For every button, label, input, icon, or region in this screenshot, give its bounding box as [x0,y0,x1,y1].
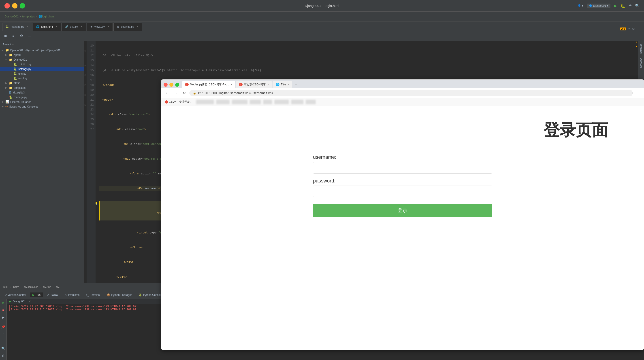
tab-login-html[interactable]: 🌐 login.html ✕ [33,22,61,31]
coverage-button-title[interactable]: ☂ [628,3,632,8]
breadcrumb-folder[interactable]: templates [22,15,35,18]
tab-urls-label: urls.py [70,25,78,28]
browser-tab-3[interactable]: 🌐 Title ✕ [272,81,292,88]
trash-btn[interactable]: 🗑 [0,353,6,359]
panel-tab-run[interactable]: ▶ Run [30,293,43,297]
pin-button[interactable]: 📌 [0,324,6,330]
database-panel-label[interactable]: Database [640,42,642,55]
breadcrumb-project[interactable]: Django001 [4,15,18,18]
panel-tab-problems[interactable]: ⚠ Problems [62,293,82,297]
maximize-button[interactable] [20,3,25,8]
run-button-title[interactable]: ▶ [614,3,617,8]
breadcrumb-div-row[interactable]: div.row [43,286,50,288]
panel-tab-python-console[interactable]: 🐍 Python Console [136,293,165,297]
browser-min-btn[interactable] [170,83,174,87]
browser-tab-2-label: 写文章-CSDN博客 [244,83,266,86]
settings-icon[interactable]: ⚙ [632,27,635,31]
sidebar-item-templates[interactable]: ▶ 📁 templates [0,85,84,90]
tab-urls-py[interactable]: 🔗 urls.py ✕ [62,22,86,31]
username-input[interactable] [313,162,492,174]
sidebar-item-external-libs[interactable]: ▶ 📊 External Libraries [0,99,84,104]
tab-urls-close[interactable]: ✕ [80,25,82,28]
breadcrumb-filename[interactable]: login.html [42,15,54,18]
sidebar-item-app01[interactable]: ▶ 📁 app01 [0,52,84,57]
rerun-button[interactable]: ↺ [0,300,6,306]
bookmark-6[interactable] [263,100,272,104]
login-submit-btn[interactable]: 登录 [313,204,492,217]
browser-forward-btn[interactable]: → [172,90,179,96]
tab-manage-py[interactable]: 🐍 manage.py ✕ [2,22,32,31]
browser-refresh-btn[interactable]: ↻ [181,90,187,96]
tab-views-py[interactable]: 👁 views.py ✕ [86,22,113,31]
minus-btn[interactable]: — [26,33,33,39]
py-icon: 🐍 [14,77,17,80]
tab-settings-py[interactable]: ⚙ settings.py ✕ [114,22,142,31]
sidebar-item-django001-root[interactable]: ▾ 📁 Django001 ~/PycharmProjects/Django00… [0,48,84,52]
align-btn[interactable]: ≡ [10,33,16,39]
tab-manage-close[interactable]: ✕ [27,25,29,28]
tab-views-close[interactable]: ✕ [108,25,110,28]
panel-tab-version-control[interactable]: ⑇ Version Control [2,293,29,297]
line-numbers: 10 11 12 13 14 15 16 17 18 19 20 21 22 2… [86,41,96,283]
breadcrumb-div-container[interactable]: div.container [24,286,38,288]
serview-panel-label[interactable]: ServView [640,56,642,69]
breadcrumb-div-more[interactable]: div. [56,286,60,288]
sidebar-item-wsgi[interactable]: 🐍 wsgi.py [0,76,84,81]
panel-tab-todo[interactable]: ✓ TODO [44,293,61,297]
expand-icon[interactable]: ⌃ [628,27,630,31]
bookmark-csdn[interactable]: CSDN - 专业开发… [164,99,194,104]
scroll-down-btn[interactable]: ↓ [0,338,6,344]
tab-settings-close[interactable]: ✕ [136,25,138,28]
sidebar-item-urls[interactable]: 🐍 urls.py [0,71,84,76]
sidebar-item-settings[interactable]: 🐍 settings.py [0,67,84,71]
settings-toolbar-btn[interactable]: ⚙ [18,33,24,39]
django-project-selector[interactable]: 🔷 Django001 ▾ [587,3,610,8]
panel-tab-terminal[interactable]: >_ Terminal [83,293,103,297]
browser-tab-3-close[interactable]: ✕ [287,83,289,86]
sidebar-label-static: static [14,82,20,85]
browser-tab-1[interactable]: C MeiJin_的博客_CSDN博客-Pyt… ✕ [182,81,236,88]
structure-btn[interactable]: ⊞ [2,33,8,39]
sidebar-item-django001-sub[interactable]: ▾ 📁 Django001 [0,57,84,62]
bookmark-9[interactable] [306,100,316,104]
close-button[interactable] [4,3,10,8]
browser-max-btn[interactable] [175,83,179,87]
browser-tab-2[interactable]: C 写文章-CSDN博客 ✕ [236,81,272,88]
browser-close-btn[interactable] [164,83,168,87]
browser-back-btn[interactable]: ← [164,90,170,96]
browser-chrome: C MeiJin_的博客_CSDN博客-Pyt… ✕ C 写文章-CSDN博客 … [161,80,644,98]
new-tab-btn[interactable]: + [295,82,298,88]
minimize-button[interactable] [12,3,18,8]
scroll-up-btn[interactable]: ↑ [0,331,6,337]
folder-icon: 📁 [9,53,12,56]
browser-tab-2-close[interactable]: ✕ [267,83,269,86]
search-icon[interactable]: 🔍 [635,3,640,8]
browser-extensions-btn[interactable]: ⋮ [635,90,641,96]
tab-login-close[interactable]: ✕ [56,25,58,28]
url-bar[interactable]: 🔒 127.0.0.1:8000/login/?username=123&use… [190,90,632,96]
bookmark-5[interactable] [250,100,261,104]
bookmark-2[interactable] [196,100,214,104]
sidebar-item-scratches[interactable]: ▶ ✏ Scratches and Consoles [0,104,84,109]
account-icon[interactable]: 👤 ▾ [578,4,584,7]
panel-tab-python-packages[interactable]: 📦 Python Packages [104,293,135,297]
sidebar-item-db[interactable]: 🗄 db.sqlite3 [0,90,84,95]
sidebar-item-init[interactable]: 🐍 __init__.py [0,62,84,67]
bookmark-3[interactable] [216,100,230,104]
more-icon[interactable]: … [636,27,640,31]
bookmark-8[interactable] [291,100,304,104]
bookmark-7[interactable] [274,100,289,104]
breadcrumb-html[interactable]: html [3,286,8,288]
resume-button[interactable]: ▶ [0,314,6,320]
stop-button[interactable]: ■ [0,307,6,313]
breadcrumb-body[interactable]: body [13,286,18,288]
run-instance-close[interactable]: ✕ [29,300,31,303]
browser-tab-1-close[interactable]: ✕ [230,83,232,86]
warning-badge[interactable]: ⚠ 3 [620,27,626,30]
password-input[interactable] [313,186,492,197]
sidebar-item-static[interactable]: ▶ 📁 static [0,81,84,85]
sidebar-item-manage[interactable]: 🐍 manage.py [0,95,84,99]
filter-btn[interactable]: 🔍 [0,346,6,351]
debug-button-title[interactable]: 🐛 [620,3,625,8]
bookmark-4[interactable] [232,100,248,104]
